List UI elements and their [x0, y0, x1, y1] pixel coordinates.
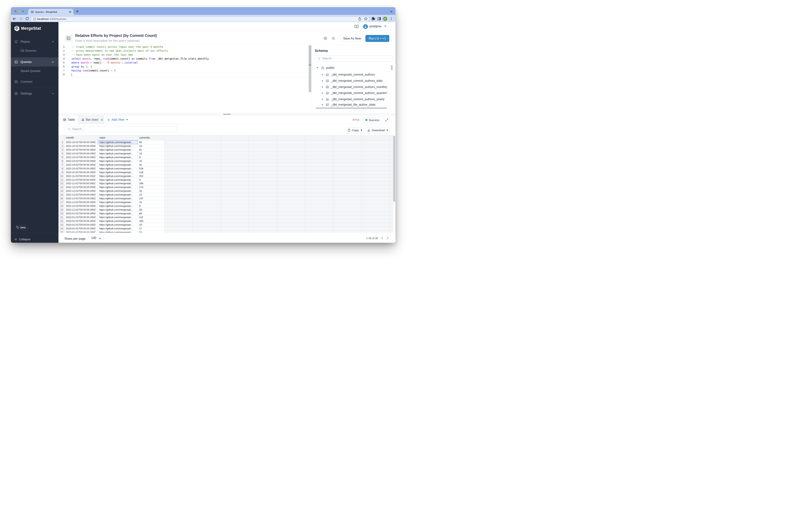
svg-text:P: P [384, 18, 386, 20]
